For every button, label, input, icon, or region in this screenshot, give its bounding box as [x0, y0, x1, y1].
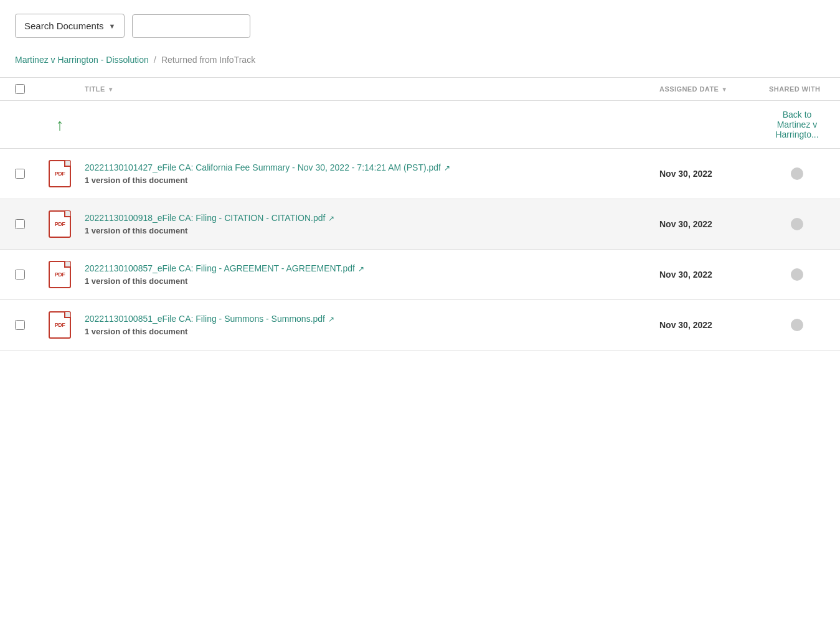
document-date: Nov 30, 2022	[659, 169, 759, 179]
pdf-icon: PDF	[49, 160, 71, 187]
document-info: 20221130101427_eFile CA: California Fee …	[85, 162, 649, 185]
document-date: Nov 30, 2022	[659, 219, 759, 229]
row-checkbox-cell[interactable]	[15, 169, 35, 179]
pdf-icon-cell: PDF	[45, 160, 75, 187]
table-row: PDF 20221130100857_eFile CA: Filing - AG…	[0, 250, 840, 300]
document-title-line: 20221130100851_eFile CA: Filing - Summon…	[85, 314, 649, 324]
document-shared-cell	[769, 218, 825, 230]
pdf-icon-cell: PDF	[45, 261, 75, 288]
breadcrumb-current-page: Returned from InfoTrack	[161, 55, 255, 65]
shared-column-header: SHARED WITH	[769, 85, 825, 93]
row-checkbox-cell[interactable]	[15, 219, 35, 229]
document-shared-cell	[769, 319, 825, 331]
external-link-icon[interactable]: ↗	[328, 315, 334, 324]
date-sort-icon: ▼	[721, 86, 727, 93]
document-version: 1 version of this document	[85, 176, 649, 185]
header-shared-col: SHARED WITH	[769, 85, 825, 93]
document-version: 1 version of this document	[85, 327, 649, 336]
select-all-checkbox[interactable]	[15, 84, 25, 94]
pdf-icon: PDF	[49, 261, 71, 288]
breadcrumb: Martinez v Harrington - Dissolution / Re…	[0, 49, 840, 77]
breadcrumb-case-link[interactable]: Martinez v Harrington - Dissolution	[15, 55, 149, 65]
search-documents-label: Search Documents	[24, 21, 104, 31]
document-title-line: 20221130100918_eFile CA: Filing - CITATI…	[85, 213, 649, 223]
document-version: 1 version of this document	[85, 276, 649, 286]
shared-circle-indicator	[791, 319, 803, 331]
document-list: PDF 20221130101427_eFile CA: California …	[0, 149, 840, 350]
breadcrumb-separator: /	[154, 54, 156, 65]
pdf-label: PDF	[55, 322, 65, 328]
document-title-line: 20221130100857_eFile CA: Filing - AGREEM…	[85, 263, 649, 273]
row-checkbox-1[interactable]	[15, 219, 25, 229]
search-input[interactable]	[132, 14, 250, 38]
pdf-label: PDF	[55, 221, 65, 227]
external-link-icon[interactable]: ↗	[328, 214, 334, 223]
back-navigation-row: ↑ Back to Martinez v Harringto...	[0, 101, 840, 149]
back-to-case-link[interactable]: Back to Martinez v Harringto...	[775, 110, 818, 139]
document-shared-cell	[769, 268, 825, 281]
pdf-label: PDF	[55, 271, 65, 278]
back-arrow-icon[interactable]: ↑	[45, 116, 75, 133]
row-checkbox-0[interactable]	[15, 169, 25, 179]
pdf-icon-cell: PDF	[45, 311, 75, 339]
document-title-link[interactable]: 20221130101427_eFile CA: California Fee …	[85, 162, 441, 172]
header-date-col[interactable]: ASSIGNED DATE ▼	[659, 85, 759, 93]
shared-circle-indicator	[791, 218, 803, 230]
pdf-icon-fold	[64, 211, 70, 217]
document-info: 20221130100918_eFile CA: Filing - CITATI…	[85, 213, 649, 235]
title-sort-icon: ▼	[108, 86, 114, 93]
shared-circle-indicator	[791, 167, 803, 180]
document-title-link[interactable]: 20221130100851_eFile CA: Filing - Summon…	[85, 314, 325, 324]
select-all-checkbox-cell[interactable]	[15, 84, 35, 94]
row-checkbox-cell[interactable]	[15, 320, 35, 330]
search-documents-button[interactable]: Search Documents ▼	[15, 14, 125, 38]
document-title-line: 20221130101427_eFile CA: California Fee …	[85, 162, 649, 172]
table-row: PDF 20221130101427_eFile CA: California …	[0, 149, 840, 199]
document-info: 20221130100851_eFile CA: Filing - Summon…	[85, 314, 649, 336]
row-checkbox-3[interactable]	[15, 320, 25, 330]
row-checkbox-2[interactable]	[15, 270, 25, 280]
document-date: Nov 30, 2022	[659, 320, 759, 330]
pdf-icon-cell: PDF	[45, 210, 75, 238]
document-title-link[interactable]: 20221130100918_eFile CA: Filing - CITATI…	[85, 213, 325, 223]
pdf-icon: PDF	[49, 210, 71, 238]
shared-circle-indicator	[791, 268, 803, 281]
document-info: 20221130100857_eFile CA: Filing - AGREEM…	[85, 263, 649, 286]
date-column-header[interactable]: ASSIGNED DATE ▼	[659, 85, 759, 93]
row-checkbox-cell[interactable]	[15, 270, 35, 280]
top-bar: Search Documents ▼	[0, 0, 840, 49]
header-title-col[interactable]: TITLE ▼	[85, 85, 649, 93]
pdf-icon-fold	[64, 312, 70, 318]
table-row: PDF 20221130100851_eFile CA: Filing - Su…	[0, 300, 840, 350]
pdf-icon: PDF	[49, 311, 71, 339]
document-title-link[interactable]: 20221130100857_eFile CA: Filing - AGREEM…	[85, 263, 355, 273]
external-link-icon[interactable]: ↗	[444, 164, 450, 172]
document-date: Nov 30, 2022	[659, 270, 759, 280]
dropdown-caret-icon: ▼	[109, 22, 116, 30]
external-link-icon[interactable]: ↗	[358, 265, 364, 273]
title-column-header[interactable]: TITLE ▼	[85, 85, 649, 93]
table-header: TITLE ▼ ASSIGNED DATE ▼ SHARED WITH	[0, 78, 840, 101]
pdf-label: PDF	[55, 171, 65, 177]
pdf-icon-fold	[64, 161, 70, 167]
pdf-icon-fold	[64, 261, 70, 268]
document-shared-cell	[769, 167, 825, 180]
back-row-shared-spacer: Back to Martinez v Harringto...	[769, 110, 825, 139]
document-version: 1 version of this document	[85, 226, 649, 235]
table-row: PDF 20221130100918_eFile CA: Filing - CI…	[0, 199, 840, 250]
